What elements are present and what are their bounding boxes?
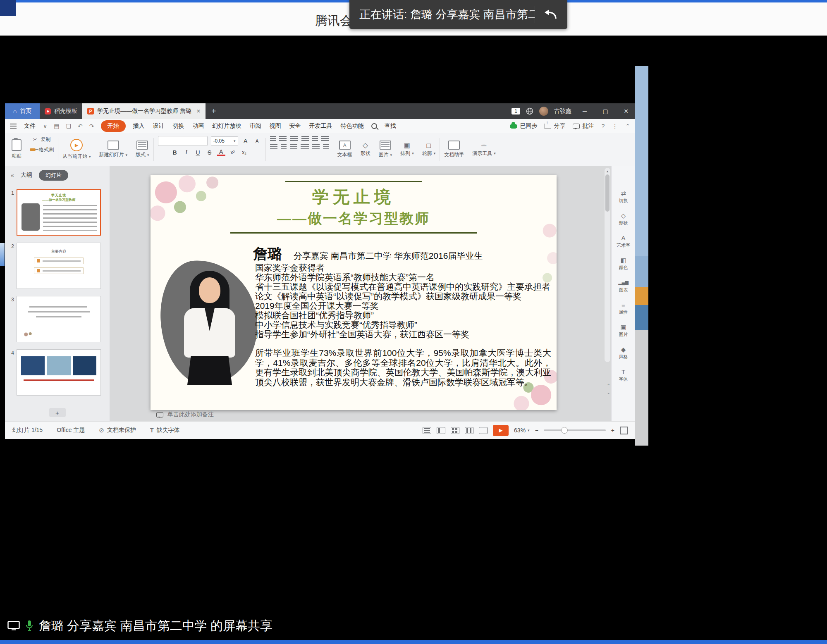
- line-spacing-icon[interactable]: [321, 136, 329, 141]
- indent-decrease-icon[interactable]: [290, 136, 298, 141]
- panel-shapes[interactable]: ◇ 形状: [619, 212, 628, 226]
- redo-icon[interactable]: ↷: [89, 123, 94, 129]
- increase-font-button[interactable]: A: [241, 138, 250, 144]
- print-icon[interactable]: ❏: [66, 123, 71, 129]
- zoom-slider-knob[interactable]: [561, 427, 568, 434]
- comment-button[interactable]: 批注: [573, 122, 594, 130]
- subscript-button[interactable]: x₂: [240, 150, 249, 155]
- tab-slides[interactable]: 幻灯片: [39, 170, 68, 181]
- text-box-button[interactable]: A 文本框: [333, 136, 356, 163]
- align-right-icon[interactable]: [290, 144, 297, 149]
- number-list-icon[interactable]: [279, 136, 287, 141]
- menu-features[interactable]: 特色功能: [340, 122, 365, 131]
- panel-transition[interactable]: ⇄ 切换: [619, 190, 628, 204]
- reading-view-icon[interactable]: [465, 427, 473, 434]
- sync-status[interactable]: 已同步: [510, 122, 537, 130]
- zoom-slider[interactable]: [544, 429, 606, 431]
- theme-name[interactable]: Office 主题: [57, 427, 85, 434]
- font-color-button[interactable]: A: [217, 149, 225, 156]
- notes-placeholder[interactable]: 单击此处添加备注: [156, 411, 214, 418]
- panel-chart[interactable]: ▂▄▆ 图表: [618, 279, 629, 293]
- picture-button[interactable]: 图片 ▾: [375, 136, 397, 163]
- font-size-input[interactable]: -0.05 ▾: [211, 136, 238, 145]
- indent-increase-icon[interactable]: [301, 136, 309, 141]
- help-icon[interactable]: ?: [601, 123, 605, 129]
- user-avatar[interactable]: [539, 107, 548, 116]
- menu-devtools[interactable]: 开发工具: [308, 122, 333, 131]
- display-view-icon[interactable]: [479, 427, 488, 434]
- fullscreen-icon[interactable]: [620, 427, 628, 434]
- align-center-icon[interactable]: [281, 144, 287, 149]
- normal-view-icon[interactable]: [437, 427, 445, 434]
- new-tab-button[interactable]: +: [206, 103, 222, 119]
- panel-properties[interactable]: ≡ 属性: [619, 302, 628, 315]
- new-slide-button[interactable]: 新建幻灯片 ▾: [95, 136, 132, 163]
- doc-assistant-button[interactable]: 文档助手: [440, 136, 468, 163]
- slide-thumbnail-1[interactable]: 学无止境 ——做一名学习型教师: [17, 189, 101, 236]
- panel-wordart[interactable]: A 艺术字: [617, 235, 630, 248]
- globe-icon[interactable]: [526, 107, 533, 115]
- undo-icon[interactable]: ↶: [78, 123, 83, 129]
- slide-sorter-icon[interactable]: [451, 427, 459, 434]
- menu-slideshow[interactable]: 幻灯片放映: [212, 122, 242, 131]
- copy-button[interactable]: ✂ 复制: [33, 136, 51, 143]
- vertical-scrollbar[interactable]: ▴: [605, 168, 610, 362]
- current-slide[interactable]: 学无止境 ——做一名学习型教师 詹璐 分享嘉宾 南昌市第二中学 华东师范2016…: [151, 175, 557, 410]
- tab-active-document[interactable]: P 学无止境——做一名学习型教师 詹璐 ✕: [82, 103, 206, 119]
- columns-icon[interactable]: [312, 144, 320, 149]
- minimize-button[interactable]: ─: [577, 103, 592, 119]
- menu-design[interactable]: 设计: [152, 122, 165, 131]
- superscript-button[interactable]: x²: [229, 150, 237, 155]
- tab-outline[interactable]: 大纲: [21, 172, 32, 179]
- font-name-input[interactable]: [158, 136, 208, 146]
- tab-docer-templates[interactable]: 稻壳模板: [40, 103, 82, 119]
- justify-icon[interactable]: [301, 144, 309, 149]
- arrange-button[interactable]: ▣ 排列 ▾: [396, 136, 418, 163]
- scroll-up-icon[interactable]: ▴: [607, 168, 609, 174]
- menu-view[interactable]: 视图: [269, 122, 282, 131]
- share-button[interactable]: 分享: [545, 122, 565, 130]
- bold-button[interactable]: B: [171, 149, 179, 156]
- add-slide-button[interactable]: +: [49, 408, 66, 417]
- menu-find[interactable]: 查找: [384, 122, 397, 131]
- panel-font[interactable]: T 字体: [619, 369, 628, 382]
- outline-button[interactable]: ◻ 轮廓 ▾: [418, 136, 440, 163]
- slideshow-play-button[interactable]: ▶: [493, 425, 509, 436]
- menu-home[interactable]: 开始: [101, 120, 126, 132]
- paste-button[interactable]: 粘贴: [7, 136, 26, 163]
- slide-thumbnail-4[interactable]: [17, 349, 101, 396]
- close-button[interactable]: ✕: [619, 103, 633, 119]
- panel-color[interactable]: ◧ 颜色: [619, 257, 628, 271]
- layout-button[interactable]: 版式 ▾: [131, 136, 153, 163]
- menu-file[interactable]: 文件: [23, 122, 36, 131]
- menu-security[interactable]: 安全: [289, 122, 302, 131]
- panel-style[interactable]: ◆ 风格: [619, 346, 628, 360]
- menu-review[interactable]: 审阅: [249, 122, 262, 131]
- underline-button[interactable]: U: [194, 149, 202, 156]
- bullet-list-icon[interactable]: [270, 136, 276, 141]
- notification-badge[interactable]: 1: [511, 108, 520, 114]
- italic-button[interactable]: I: [182, 149, 191, 156]
- format-painter-button[interactable]: 格式刷: [30, 146, 54, 153]
- collapse-ribbon-icon[interactable]: ⌃: [625, 123, 630, 129]
- from-current-button[interactable]: ▶ 从当前开始 ▾: [58, 136, 95, 163]
- slide-thumbnail-2[interactable]: 主要内容: [17, 243, 101, 289]
- missing-font-status[interactable]: T 缺失字体: [150, 427, 180, 434]
- reply-arrow-icon[interactable]: [543, 9, 557, 20]
- menu-insert[interactable]: 插入: [132, 122, 146, 131]
- maximize-button[interactable]: ▢: [598, 103, 613, 119]
- text-direction-icon[interactable]: [312, 136, 318, 141]
- search-icon[interactable]: [371, 123, 377, 129]
- save-icon[interactable]: ▤: [54, 123, 59, 129]
- protection-status[interactable]: ⊘ 文档未保护: [99, 427, 136, 434]
- tab-close-icon[interactable]: ✕: [196, 108, 201, 114]
- next-slide-button[interactable]: ⌄: [607, 390, 610, 395]
- zoom-in-button[interactable]: +: [611, 427, 614, 434]
- hamburger-icon[interactable]: [10, 124, 17, 129]
- more-icon[interactable]: ⋮: [612, 123, 618, 129]
- menu-animation[interactable]: 动画: [192, 122, 205, 131]
- notes-view-icon[interactable]: [423, 427, 431, 434]
- previous-slide-button[interactable]: ⌃: [607, 383, 610, 388]
- panel-picture[interactable]: ▣ 图片: [619, 324, 628, 338]
- tab-home[interactable]: ⌂ 首页: [5, 103, 40, 119]
